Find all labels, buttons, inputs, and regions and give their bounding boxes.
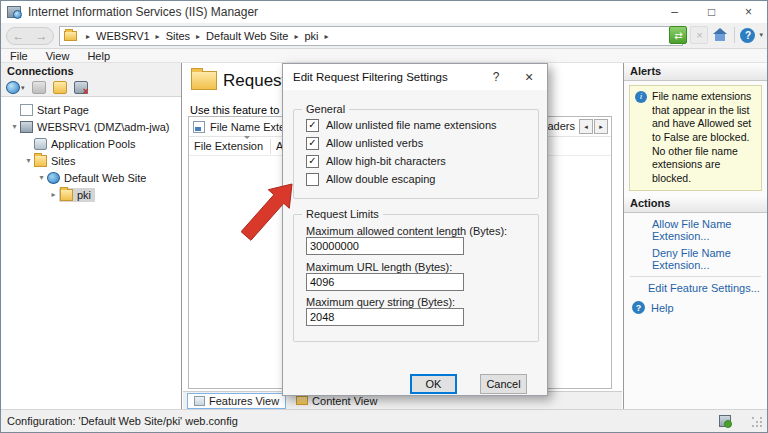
menu-help[interactable]: Help (78, 50, 119, 62)
web-site-globe-icon (47, 172, 60, 184)
checkbox-icon[interactable]: ✓ (306, 137, 319, 150)
actions-separator (630, 276, 761, 277)
chevron-right-icon[interactable]: ▸ (48, 190, 59, 199)
tree-item-default-web-site[interactable]: ▾ Default Web Site (1, 169, 181, 186)
toolbar-divider (734, 27, 735, 43)
maximize-button[interactable]: □ (693, 1, 730, 23)
save-connections-icon[interactable] (32, 81, 46, 94)
menu-view[interactable]: View (37, 50, 79, 62)
title-bar: Internet Information Services (IIS) Mana… (1, 1, 767, 23)
ok-button[interactable]: OK (410, 374, 457, 394)
allow-file-name-extension-link[interactable]: Allow File Name Extension... (652, 218, 761, 242)
tab-label: Features View (209, 395, 279, 407)
tree-item-label: pki (77, 189, 91, 201)
stop-icon[interactable]: × (690, 26, 708, 44)
chevron-down-icon[interactable]: ▾ (36, 173, 47, 182)
checkbox-allow-unlisted-verbs[interactable]: ✓ Allow unlisted verbs (306, 136, 423, 150)
checkbox-allow-high-bit-characters[interactable]: ✓ Allow high-bit characters (306, 154, 446, 168)
breadcrumb-item-sites[interactable]: Sites (166, 30, 190, 42)
status-text: Configuration: 'Default Web Site/pki' we… (7, 415, 238, 427)
tree-item-label: Default Web Site (64, 172, 146, 184)
iis-manager-window: Internet Information Services (IIS) Mana… (0, 0, 768, 433)
alerts-header: Alerts (624, 63, 767, 81)
checkbox-allow-double-escaping[interactable]: Allow double escaping (306, 172, 435, 186)
new-connection-icon (6, 81, 20, 94)
max-query-string-label: Maximum query string (Bytes): (306, 296, 455, 308)
dialog-help-icon[interactable]: ? (481, 64, 511, 90)
new-connection-button[interactable]: ▾ (6, 81, 25, 94)
home-icon-shape (712, 27, 728, 43)
tree-item-application-pools[interactable]: Application Pools (1, 135, 181, 152)
max-content-length-input[interactable] (306, 237, 464, 255)
tab-label: Content View (312, 395, 377, 407)
breadcrumb-item-pki[interactable]: pki (304, 30, 318, 42)
checkbox-icon[interactable]: ✓ (306, 119, 319, 132)
checkbox-label: Allow unlisted file name extensions (326, 119, 497, 131)
tab-scroll-left-icon[interactable]: ◂ (579, 119, 593, 134)
pki-folder-icon (60, 189, 73, 201)
request-filtering-icon (191, 71, 217, 90)
chevron-down-icon[interactable]: ▾ (23, 156, 34, 165)
status-bar: Configuration: 'Default Web Site/pki' we… (1, 409, 767, 432)
checkbox-allow-unlisted-file-name-extensions[interactable]: ✓ Allow unlisted file name extensions (306, 118, 497, 132)
breadcrumb-item-server[interactable]: WEBSRV1 (96, 30, 150, 42)
general-group-label: General (302, 103, 349, 115)
breadcrumb-separator-icon: ▸ (325, 32, 329, 41)
sites-folder-icon (34, 155, 47, 167)
connections-header: Connections (1, 63, 181, 78)
help-icon[interactable]: ? (740, 28, 755, 43)
dialog-close-icon[interactable]: × (511, 64, 547, 90)
resize-grip[interactable] (752, 417, 754, 419)
column-file-extension[interactable]: File Extension (189, 140, 270, 152)
edit-request-filtering-settings-dialog: Edit Request Filtering Settings ? × Gene… (282, 63, 548, 396)
checkbox-icon[interactable]: ✓ (306, 155, 319, 168)
content-view-icon (296, 396, 308, 405)
edit-feature-settings-link[interactable]: Edit Feature Settings... (648, 282, 761, 294)
menu-file[interactable]: File (1, 50, 37, 62)
deny-file-name-extension-link[interactable]: Deny File Name Extension... (652, 247, 761, 271)
breadcrumb-separator-icon: ▸ (294, 32, 298, 41)
navigation-buttons: ← → (6, 27, 54, 45)
tree-item-server[interactable]: ▾ WEBSRV1 (DMZ\adm-jwa) (1, 118, 181, 135)
tree-item-start-page[interactable]: Start Page (1, 101, 181, 118)
chevron-down-icon[interactable]: ▾ (9, 122, 20, 131)
tree-item-pki[interactable]: ▸ pki (1, 186, 181, 203)
close-button[interactable]: × (730, 1, 767, 23)
start-page-icon (20, 104, 33, 116)
up-folder-icon[interactable] (53, 81, 67, 94)
iis-app-icon (7, 6, 21, 18)
help-action[interactable]: ? Help (632, 301, 761, 314)
forward-icon[interactable]: → (36, 30, 48, 42)
menu-bar: File View Help (1, 49, 767, 63)
sort-indicator-icon (244, 136, 250, 139)
tree-item-label: Start Page (37, 104, 89, 116)
selected-tree-item: pki (59, 188, 95, 202)
home-icon[interactable] (711, 26, 729, 44)
request-limits-group-label: Request Limits (302, 208, 383, 220)
tree-item-label: WEBSRV1 (DMZ\adm-jwa) (37, 121, 169, 133)
breadcrumb-separator-icon: ▸ (86, 32, 90, 41)
max-query-string-input[interactable] (306, 308, 464, 326)
cancel-button[interactable]: Cancel (480, 374, 527, 394)
breadcrumb-separator-icon: ▸ (156, 32, 160, 41)
tree-item-sites[interactable]: ▾ Sites (1, 152, 181, 169)
breadcrumb-item-default-web-site[interactable]: Default Web Site (206, 30, 288, 42)
connections-panel: Connections ▾ Start Page ▾ WEBSRV1 (DMZ\… (1, 63, 182, 409)
tab-features-view[interactable]: Features View (187, 393, 286, 409)
connect-icon[interactable]: ⇄ (669, 26, 687, 44)
address-bar: ← → ▸ WEBSRV1 ▸ Sites ▸ Default Web Site… (1, 23, 767, 49)
back-icon[interactable]: ← (13, 30, 25, 42)
max-url-length-input[interactable] (306, 273, 464, 291)
toolbar-icons: ⇄ × ? ▾ (669, 26, 763, 44)
minimize-button[interactable]: – (656, 1, 693, 23)
connections-toolbar: ▾ (1, 78, 181, 97)
delete-connection-icon[interactable] (74, 81, 88, 94)
help-link: Help (651, 302, 674, 314)
checkbox-icon[interactable] (306, 173, 319, 186)
chevron-down-icon[interactable]: ▾ (759, 31, 763, 39)
tab-scroll-right-icon[interactable]: ▸ (594, 119, 608, 134)
features-view-icon (194, 396, 205, 406)
tab-scroll-buttons: ◂ ▸ (579, 119, 608, 134)
window-title: Internet Information Services (IIS) Mana… (28, 5, 258, 19)
window-controls: – □ × (656, 1, 767, 23)
